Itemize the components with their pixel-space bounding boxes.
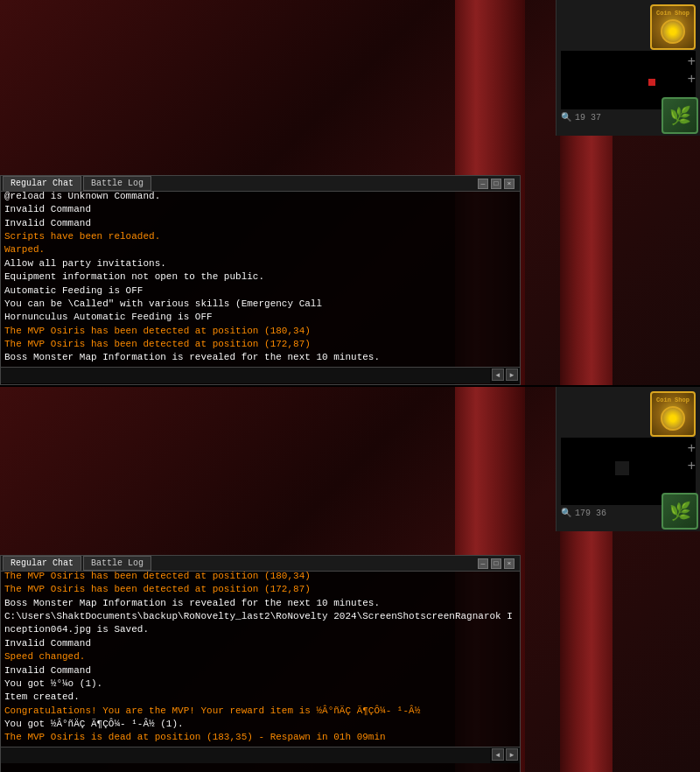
chat-line: Invalid Command xyxy=(4,664,516,677)
chat-line: The MVP Osiris has been detected at posi… xyxy=(4,572,516,583)
status-icon-glyph-bottom: 🌿 xyxy=(669,501,691,523)
chat-input-bottom[interactable] xyxy=(1,747,490,763)
chat-panel-top: Regular Chat Battle Log — □ × Boss Monst… xyxy=(0,175,521,385)
scroll-right-btn-bottom[interactable]: ► xyxy=(506,748,518,761)
chat-line: Automatic Feeding is OFF xyxy=(4,284,516,298)
chat-line: You got ½°¼o (1). xyxy=(4,677,516,691)
minimap-zoom-bottom: 🔍 179 36 xyxy=(561,508,606,518)
chat-line: Item created. xyxy=(4,691,516,704)
chat-line: Congratulations! You are the MVP! Your r… xyxy=(4,705,516,718)
coin-shop-button-top[interactable]: Coin Shop xyxy=(650,4,696,50)
chat-resize-top[interactable]: □ xyxy=(491,179,501,189)
chat-line: Boss Monster Map Information is revealed… xyxy=(4,597,516,610)
chat-line: Equipment information not open to the pu… xyxy=(4,270,516,284)
chat-input-area-top: ◄ ► xyxy=(1,367,520,383)
minimap-expand-h-top[interactable]: + xyxy=(687,54,696,70)
chat-line: Invalid Command xyxy=(4,217,516,230)
status-icon-bottom[interactable]: 🌿 xyxy=(662,493,698,530)
status-icon-top[interactable]: 🌿 xyxy=(662,97,698,134)
chat-line: Speed changed. xyxy=(4,650,516,663)
chat-line: @reload is Unknown Command. xyxy=(4,192,516,203)
chat-messages-top[interactable]: Boss Monster Map Information is revealed… xyxy=(1,192,520,367)
game-area-top: Coin Shop + + 🔍 19 37 ⚔ ♥ ◈ ✦ 🌿 Regular … xyxy=(0,0,700,385)
minimap-area-bottom: Coin Shop + + 🔍 179 36 ⚔ ♥ ◈ ✦ 🌿 xyxy=(556,387,700,531)
minimap-coords-bottom: 179 36 xyxy=(575,509,606,518)
coin-icon-bottom xyxy=(661,406,685,431)
chat-line: C:\Users\ShaktDocuments\backup\RoNovelty… xyxy=(4,610,516,637)
chat-minimize-bottom[interactable]: — xyxy=(478,558,488,569)
chat-input-top[interactable] xyxy=(1,368,490,383)
tab-battle-bottom[interactable]: Battle Log xyxy=(83,556,151,571)
chat-line: The MVP Osiris has been detected at posi… xyxy=(4,338,516,351)
chat-panel-bottom: Regular Chat Battle Log — □ × You can be… xyxy=(0,555,521,772)
chat-line: Invalid Command xyxy=(4,637,516,650)
minimap-expand-h-bottom[interactable]: + xyxy=(687,441,696,457)
coin-shop-button-bottom[interactable]: Coin Shop xyxy=(650,391,696,437)
status-icon-glyph-top: 🌿 xyxy=(669,105,691,127)
chat-line: The MVP Osiris has been detected at posi… xyxy=(4,583,516,596)
chat-scroll-btns-top: ◄ ► xyxy=(490,368,520,383)
chat-line: The MVP Osiris is dead at position (183,… xyxy=(4,731,516,744)
chat-line: Allow all party invitations. xyxy=(4,257,516,270)
coin-icon-top xyxy=(661,19,685,44)
game-area-bottom: Coin Shop + + 🔍 179 36 ⚔ ♥ ◈ ✦ 🌿 Regular… xyxy=(0,387,700,772)
minimap-expand-v-top[interactable]: + xyxy=(687,72,696,88)
chat-minimize-top[interactable]: — xyxy=(478,179,488,189)
tab-regular-bottom[interactable]: Regular Chat xyxy=(3,556,81,571)
chat-line: You can be \Called" with various skills … xyxy=(4,298,516,311)
minimap-coords-top: 19 37 xyxy=(575,113,601,123)
chat-close-bottom[interactable]: × xyxy=(504,558,514,569)
chat-close-top[interactable]: × xyxy=(504,179,514,189)
chat-tab-icons-top: — □ × xyxy=(478,179,518,189)
zoom-icon-bottom: 🔍 xyxy=(561,508,571,518)
chat-line: Invalid Command xyxy=(4,203,516,216)
chat-tab-icons-bottom: — □ × xyxy=(478,558,518,569)
chat-line: Warped. xyxy=(4,243,516,256)
chat-resize-bottom[interactable]: □ xyxy=(491,558,501,569)
scroll-right-btn-top[interactable]: ► xyxy=(506,368,518,381)
coin-shop-label-bottom: Coin Shop xyxy=(656,397,690,404)
minimap-player-dot-bottom xyxy=(615,461,629,475)
minimap-expand-v-bottom[interactable]: + xyxy=(687,459,696,474)
chat-line: You got ½Â°ñÄÇ Ä¶ÇÔ¼- ¹-Â½ (1). xyxy=(4,718,516,731)
tab-battle-top[interactable]: Battle Log xyxy=(83,176,151,191)
zoom-icon-top: 🔍 xyxy=(561,112,571,123)
scroll-left-btn-top[interactable]: ◄ xyxy=(492,368,504,381)
chat-line: The MVP Osiris has been detected at posi… xyxy=(4,325,516,338)
coin-shop-label-top: Coin Shop xyxy=(656,11,690,18)
minimap-player-dot-top xyxy=(648,79,655,86)
minimap-zoom-top: 🔍 19 37 xyxy=(561,112,601,123)
chat-tabs-bottom: Regular Chat Battle Log — □ × xyxy=(1,556,520,572)
chat-line: Scripts have been reloaded. xyxy=(4,230,516,243)
chat-line: Boss Monster Map Information is revealed… xyxy=(4,351,516,364)
chat-input-area-bottom: ◄ ► xyxy=(1,747,520,763)
chat-scroll-btns-bottom: ◄ ► xyxy=(490,747,520,763)
tab-regular-top[interactable]: Regular Chat xyxy=(3,176,81,191)
scroll-left-btn-bottom[interactable]: ◄ xyxy=(492,748,504,761)
minimap-area-top: Coin Shop + + 🔍 19 37 ⚔ ♥ ◈ ✦ 🌿 xyxy=(556,0,700,136)
chat-messages-bottom[interactable]: You can be \Called" with various skills … xyxy=(1,572,520,747)
chat-line: Hornunculus Automatic Feeding is OFF xyxy=(4,311,516,324)
chat-tabs-top: Regular Chat Battle Log — □ × xyxy=(1,176,520,192)
